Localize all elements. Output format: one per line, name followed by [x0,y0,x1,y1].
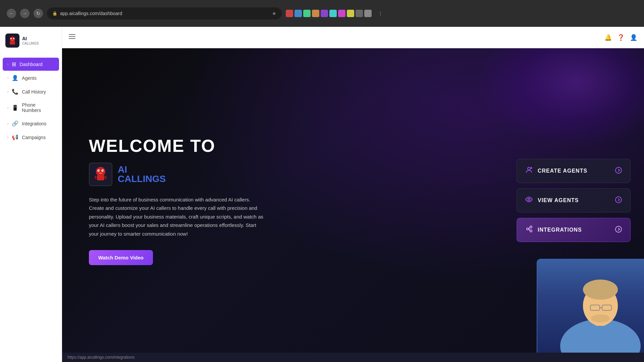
svg-rect-5 [69,34,75,35]
svg-rect-4 [11,40,13,41]
integrations-left: INTEGRATIONS [525,225,582,235]
help-button[interactable]: ❓ [617,34,625,41]
integrations-card-label: INTEGRATIONS [538,227,582,233]
view-agents-left: VIEW AGENTS [525,195,579,205]
call-history-icon: 📞 [12,88,18,95]
logo-text: AI CALLINGS [22,36,39,45]
svg-point-0 [10,37,15,42]
user-menu-button[interactable]: 👤 [630,34,637,41]
sidebar-item-call-history[interactable]: › 📞 Call History [3,85,59,98]
chevron-icon: › [7,62,8,66]
logo-title: AI [22,36,39,42]
view-agents-label: VIEW AGENTS [538,197,579,203]
svg-point-28 [615,226,622,232]
svg-point-25 [530,230,532,232]
svg-point-17 [528,167,530,170]
chevron-icon: › [7,135,8,139]
sidebar-item-dashboard[interactable]: › ⊞ Dashboard [3,58,59,71]
hero-description: Step into the future of business communi… [89,195,263,238]
svg-rect-1 [10,41,15,45]
svg-point-24 [530,226,532,228]
url-bar[interactable]: 🔒 app.aicallings.com/dashboard ★ [47,7,282,19]
brand-logo-section: AI CALLINGS [89,163,490,186]
integrations-icon: 🔗 [12,120,18,127]
status-bar: https://app.aicallings.com/integrations [62,353,644,362]
svg-line-26 [529,228,530,229]
top-header: 🔔 ❓ 👤 [62,27,644,48]
svg-point-23 [527,228,529,230]
create-agents-card[interactable]: CREATE AGENTS [517,159,631,183]
ext-3 [303,10,311,17]
refresh-button[interactable]: ↻ [34,9,43,18]
phone-numbers-icon: 📱 [12,105,18,111]
view-agents-icon [525,195,533,205]
create-agents-label: CREATE AGENTS [538,168,587,174]
hero-right: CREATE AGENTS [510,48,644,353]
logo-icon [5,34,19,48]
sidebar-item-agents[interactable]: › 👤 Agents [3,71,59,84]
forward-button[interactable]: → [20,9,30,18]
view-agents-card[interactable]: VIEW AGENTS [517,188,631,213]
agents-icon: 👤 [12,75,18,81]
welcome-title: WELCOME TO [89,136,490,156]
svg-point-2 [10,38,12,39]
sidebar-item-integrations[interactable]: › 🔗 Integrations [3,117,59,130]
brand-mascot [89,163,112,186]
back-button[interactable]: ← [7,9,16,18]
sidebar-toggle-button[interactable] [69,33,75,42]
sidebar-label-agents: Agents [22,75,37,81]
sidebar-label-integrations: Integrations [22,121,46,126]
ext-2 [294,10,302,17]
menu-button[interactable]: ⋮ [376,9,385,18]
campaigns-icon: 📢 [12,134,18,140]
sidebar: AI CALLINGS › ⊞ Dashboard › 👤 Agents › 📞… [0,27,62,362]
ext-1 [286,10,293,17]
sidebar-item-phone-numbers[interactable]: › 📱 Phone Numbers [3,99,59,116]
sidebar-logo: AI CALLINGS [0,27,62,54]
svg-point-13 [103,170,104,171]
svg-rect-14 [99,173,102,174]
brand-text-block: AI CALLINGS [118,165,166,184]
create-agents-icon [525,166,533,176]
sidebar-label-campaigns: Campaigns [22,135,46,140]
watch-demo-button[interactable]: Watch Demo Video [89,250,153,265]
status-url: https://app.aicallings.com/integrations [67,355,135,360]
integrations-card[interactable]: INTEGRATIONS [517,218,631,242]
url-text: app.aicallings.com/dashboard [60,11,122,16]
svg-rect-9 [97,175,104,180]
notifications-button[interactable]: 🔔 [604,34,612,41]
watch-demo-label: Watch Demo Video [98,255,144,260]
svg-point-12 [99,170,100,171]
view-agents-arrow [615,196,622,205]
dashboard-icon: ⊞ [12,61,16,67]
main-content: WELCOME TO [62,48,644,362]
sidebar-label-phone-numbers: Phone Numbers [22,102,54,113]
svg-point-20 [615,167,622,173]
svg-point-3 [13,38,14,39]
svg-point-21 [528,198,530,200]
dashboard-hero: WELCOME TO [62,48,644,353]
svg-point-22 [615,197,622,203]
integrations-arrow [615,226,622,235]
brand-callings-text: CALLINGS [118,174,166,184]
create-agents-arrow [615,167,622,176]
brand-ai-text: AI [118,165,166,174]
integrations-card-icon [525,225,533,235]
browser-extensions [286,10,372,17]
ext-9 [356,10,363,17]
ext-6 [329,10,337,17]
sidebar-item-campaigns[interactable]: › 📢 Campaigns [3,131,59,144]
ext-10 [364,10,372,17]
ext-7 [338,10,345,17]
svg-rect-7 [69,38,75,39]
header-left [69,33,75,42]
sidebar-nav: › ⊞ Dashboard › 👤 Agents › 📞 Call Histor… [0,54,62,362]
svg-rect-6 [69,36,75,37]
svg-rect-15 [95,176,96,179]
browser-chrome: ← → ↻ 🔒 app.aicallings.com/dashboard ★ ⋮ [0,0,644,27]
ext-4 [312,10,319,17]
svg-line-27 [529,229,530,231]
hero-left: WELCOME TO [62,48,510,353]
main-area: 🔔 ❓ 👤 WELCOME TO [62,27,644,362]
chevron-icon: › [7,106,8,110]
